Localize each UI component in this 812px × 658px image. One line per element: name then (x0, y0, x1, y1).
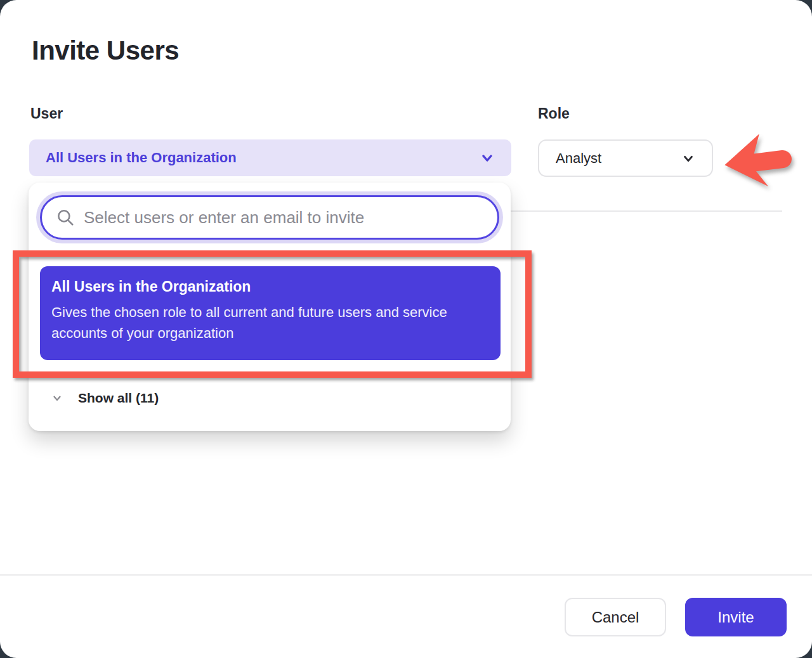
chevron-down-icon (681, 152, 695, 165)
search-icon (56, 208, 75, 227)
show-all-toggle[interactable]: Show all (11) (51, 390, 159, 406)
role-select-value: Analyst (556, 150, 601, 167)
option-description: Gives the chosen role to all current and… (51, 302, 483, 344)
cancel-button[interactable]: Cancel (565, 598, 666, 636)
chevron-down-icon (480, 150, 495, 165)
user-select-value: All Users in the Organization (46, 150, 237, 166)
dropdown-option-all-users[interactable]: All Users in the Organization Gives the … (40, 266, 501, 360)
invite-button[interactable]: Invite (685, 598, 787, 636)
invite-users-dialog: Invite Users User Role All Users in the … (0, 0, 812, 658)
show-all-label: Show all (11) (78, 390, 159, 406)
role-select[interactable]: Analyst (538, 139, 713, 177)
option-title: All Users in the Organization (51, 278, 489, 295)
red-arrow-left-icon (722, 129, 797, 195)
page-title: Invite Users (32, 35, 179, 66)
user-search-box[interactable] (40, 195, 499, 240)
search-input[interactable] (84, 208, 490, 228)
role-field-label: Role (538, 105, 570, 122)
user-dropdown-panel: All Users in the Organization Gives the … (29, 183, 511, 431)
footer-divider (0, 574, 812, 576)
user-select-trigger[interactable]: All Users in the Organization (29, 139, 511, 176)
chevron-down-icon (51, 392, 63, 404)
user-field-label: User (30, 105, 63, 122)
